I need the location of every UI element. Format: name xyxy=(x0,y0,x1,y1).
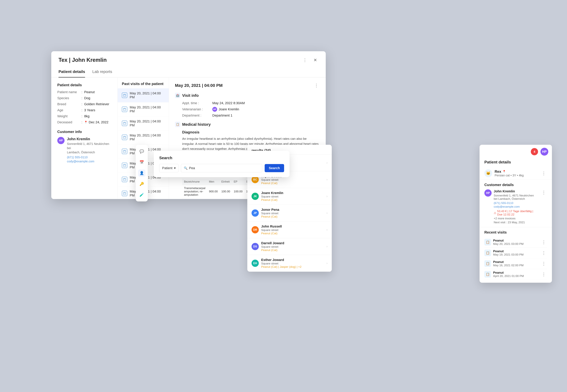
visit-more-options[interactable]: ⋮ xyxy=(313,82,320,88)
result-name-6: Esther Joward xyxy=(261,258,301,262)
recent-visit-2[interactable]: 📋 Peanut May 16, 2021 02:00 PM ⋮ xyxy=(484,258,547,269)
result-street-2: Square street xyxy=(261,195,283,198)
notification-badge[interactable]: 4 xyxy=(531,148,538,155)
rv-name-0: Peanut xyxy=(493,239,524,242)
calendar-icon-6 xyxy=(122,177,127,182)
medical-history-icon: 📋 xyxy=(175,122,180,127)
value-deceased: 📍 Dec 24, 2022 xyxy=(84,120,108,124)
search-bar: Patient ▾ 🔍 Search xyxy=(159,164,284,172)
rv-more-1[interactable]: ⋮ xyxy=(540,250,547,256)
result-avatar-6: EH xyxy=(252,260,259,267)
svg-rect-4 xyxy=(124,108,126,111)
appt-time-row: Appt. time : May 24, 2022 8:30AM xyxy=(182,101,320,105)
left-nav: 💬 📅 👤 🔑 🧪 xyxy=(136,145,148,201)
col-ep: EP xyxy=(232,179,244,185)
patient-more-options[interactable]: ⋮ xyxy=(540,170,547,176)
warning-icon: ⚠ xyxy=(494,211,496,215)
recent-visit-0[interactable]: 📋 Peanut May 20, 2021 03:00 PM ⋮ xyxy=(484,237,547,248)
visit-date-3: May 20, 2021 | 04:00 PM xyxy=(130,133,165,141)
recent-visit-1[interactable]: 📋 Peanut May 19, 2021 03:00 PM ⋮ xyxy=(484,248,547,258)
result-pet-6: Peanut (Cat) | Jasper (dog) | +2 xyxy=(261,265,301,268)
search-button[interactable]: Search xyxy=(265,164,284,172)
customer-name: John Kremlin xyxy=(67,137,112,141)
location-icon: 📍 xyxy=(84,121,87,124)
rv-more-2[interactable]: ⋮ xyxy=(540,261,547,267)
tab-patient-details[interactable]: Patient details xyxy=(58,66,85,78)
recent-visits-section: Recent visits 📋 Peanut May 20, 2021 03:0… xyxy=(480,227,552,283)
nav-keys[interactable]: 🔑 xyxy=(138,180,145,188)
customer-email[interactable]: cody@example.com xyxy=(67,160,112,163)
result-item-5[interactable]: DS Darrell Joward Square street Peanut (… xyxy=(247,238,332,255)
patient-details-heading: Patient details xyxy=(57,83,112,87)
rv-name-1: Peanut xyxy=(493,249,524,253)
customer-phone[interactable]: (671) 555-0110 xyxy=(67,155,112,159)
chevron-right-icon-2: › xyxy=(326,194,327,198)
calendar-icon-5 xyxy=(122,163,127,168)
customer-info-heading: Customer info xyxy=(57,130,112,134)
rv-date-1: May 19, 2021 03:00 PM xyxy=(493,253,524,256)
nav-patients[interactable]: 👤 xyxy=(138,169,145,177)
result-pet-5: Peanut (Cat) xyxy=(261,249,284,252)
svg-rect-0 xyxy=(124,94,126,97)
chevron-down-icon: ▾ xyxy=(174,166,176,170)
rs-customer-row: HP John Kremlin Sonnenfeld 1, 4671 Neuki… xyxy=(484,189,547,224)
department-value: Department 1 xyxy=(212,113,232,117)
recent-visits-title: Recent visits xyxy=(484,230,547,235)
rv-name-3: Peanut xyxy=(493,271,524,274)
customer-more-options[interactable]: ⋮ xyxy=(540,189,547,196)
result-item-3[interactable]: JP Jonor Pena Square street Peanut (Cat)… xyxy=(247,205,332,222)
visit-detail-header: May 20, 2021 | 04:00 PM ⋮ xyxy=(175,82,320,88)
rs-more-invoices[interactable]: +2 more invoices xyxy=(494,217,538,220)
visit-info-icon: 🏥 xyxy=(175,93,180,98)
result-street-1: Square street xyxy=(261,178,282,182)
visit-item-0[interactable]: May 20, 2021 | 04:00 PM xyxy=(118,88,169,102)
patient-card: 🐱 Rex 📍 Persian cat • 3Y • 4kg ⋮ xyxy=(480,167,552,180)
rs-overdue: ⚠ 53.43 € | 17 Tage überfällig | Due 12.… xyxy=(494,210,538,216)
customer-detail-section: Customer details HP John Kremlin Sonnenf… xyxy=(480,180,552,227)
visit-item-3[interactable]: May 20, 2021 | 04:00 PM xyxy=(118,130,169,144)
result-item-2[interactable]: JK Joare Kremlin Square street Peanut (C… xyxy=(247,188,332,205)
chevron-right-icon-3: › xyxy=(326,211,327,215)
nav-calendar[interactable]: 📅 xyxy=(138,159,145,166)
visit-header-date: May 20, 2021 | 04:00 PM xyxy=(175,83,223,88)
recent-visit-3[interactable]: 📋 Peanut April 20, 2021 01:00 PM ⋮ xyxy=(484,269,547,280)
result-name-5: Darrell Joward xyxy=(261,241,284,245)
result-item-4[interactable]: DR John Russell Square street Peanut (Ca… xyxy=(247,222,332,238)
nav-lab[interactable]: 🧪 xyxy=(138,191,145,198)
rv-more-0[interactable]: ⋮ xyxy=(540,239,547,245)
customer-avatar: HP xyxy=(57,137,65,144)
modal-tabs: Patient details Lab reports xyxy=(51,66,326,78)
svg-rect-16 xyxy=(124,150,126,153)
visit-item-1[interactable]: May 20, 2021 | 04:00 PM xyxy=(118,102,169,116)
close-icon[interactable]: ✕ xyxy=(312,57,318,63)
more-options-icon[interactable]: ⋮ xyxy=(302,57,308,63)
detail-row-weight: Weight : 8kg xyxy=(57,114,112,118)
result-pet-4: Peanut (Cat) xyxy=(261,232,282,235)
label-deceased: Deceased xyxy=(57,120,81,124)
cell-bezeichnune: Transmetacarpal amputation; re-amputatio… xyxy=(182,185,207,198)
result-avatar-5: DS xyxy=(252,243,259,250)
result-item-6[interactable]: EH Esther Joward Square street Peanut (C… xyxy=(247,255,332,272)
search-input[interactable] xyxy=(189,166,259,170)
veteranarian-value: HP Joare Kremlin xyxy=(212,107,239,112)
veteranarian-label: Veteranarian : xyxy=(182,107,212,111)
pet-avatar: 🐱 xyxy=(484,169,492,177)
nav-messages[interactable]: 💬 xyxy=(138,148,145,155)
customer-section: Customer info HP John Kremlin Sonnenfeld… xyxy=(57,130,112,163)
rs-customer-email[interactable]: cody@example.com xyxy=(494,205,538,208)
rv-icon-1: 📋 xyxy=(484,250,491,256)
svg-rect-24 xyxy=(124,178,126,181)
detail-row-deceased: Deceased : 📍 Dec 24, 2022 xyxy=(57,120,112,124)
user-avatar[interactable]: HP xyxy=(540,148,548,155)
result-avatar-3: JP xyxy=(252,210,259,217)
rv-more-3[interactable]: ⋮ xyxy=(540,271,547,277)
col-einheit: Einheit xyxy=(220,179,232,185)
result-pet-1: Peanut (Cat) xyxy=(261,182,282,185)
patient-dropdown[interactable]: Patient ▾ xyxy=(159,164,179,172)
visit-item-2[interactable]: May 20, 2021 | 04:00 PM xyxy=(118,116,169,130)
rs-customer-phone[interactable]: (671) 555-0110 xyxy=(494,201,538,205)
modal-header-icons: ⋮ ✕ xyxy=(302,57,318,63)
sidebar-top-header: 4 HP xyxy=(480,145,552,155)
svg-rect-8 xyxy=(124,122,126,125)
tab-lab-reports[interactable]: Lab reports xyxy=(92,66,112,78)
